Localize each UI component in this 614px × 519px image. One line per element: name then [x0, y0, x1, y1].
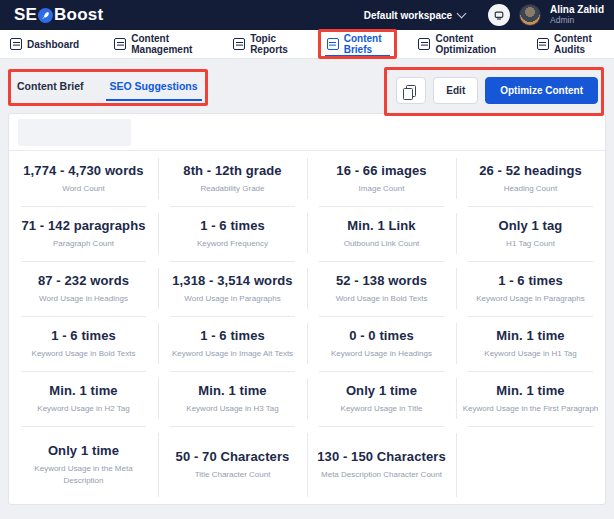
- brief-tabs-group: Content Brief SEO Suggestions: [17, 80, 198, 101]
- nav-item-label: Content Briefs: [344, 33, 389, 55]
- metric-label: H1 Tag Count: [506, 238, 555, 250]
- copy-icon: [406, 85, 416, 97]
- metric-label: Word Usage in Headings: [39, 293, 128, 305]
- metric-cell: Min. 1 timeKeyword Usage in the First Pa…: [456, 371, 605, 426]
- metric-cell: 1,774 - 4,730 wordsWord Count: [9, 151, 158, 206]
- workspace-label: Default workspace: [364, 10, 452, 21]
- metric-value: 1 - 6 times: [498, 273, 563, 288]
- metric-value: Min. 1 time: [198, 383, 266, 398]
- metric-value: 16 - 66 images: [336, 163, 426, 178]
- metric-label: Keyword Usage in H1 Tag: [484, 348, 576, 360]
- metric-value: Only 1 time: [48, 443, 119, 458]
- seoboost-logo: SEBoost: [14, 5, 103, 25]
- metric-cell: 8th - 12th gradeReadability Grade: [158, 151, 307, 206]
- metric-cell: 0 - 0 timesKeyword Usage in Headings: [307, 316, 456, 371]
- nav-item-label: Content Optimization: [435, 33, 501, 55]
- actions-group: Edit Optimize Content: [396, 77, 598, 104]
- metric-label: Keyword Usage in Image Alt Texts: [172, 348, 293, 360]
- dashboard-icon: [10, 38, 22, 50]
- metric-label: Heading Count: [504, 183, 557, 195]
- nav-item-label: Content Management: [131, 33, 198, 55]
- logo-text-suffix: Boost: [54, 5, 103, 25]
- metric-cell: 1,318 - 3,514 wordsWord Usage in Paragra…: [158, 261, 307, 316]
- metric-value: 1,774 - 4,730 words: [23, 163, 143, 178]
- nav-item-topic-reports[interactable]: Topic Reports: [233, 30, 297, 58]
- metric-label: Keyword Usage in Bold Texts: [32, 348, 136, 360]
- metric-label: Word Usage in Bold Texts: [336, 293, 428, 305]
- topic-reports-icon: [233, 38, 245, 50]
- edit-button[interactable]: Edit: [433, 77, 478, 104]
- metric-value: 71 - 142 paragraphs: [21, 218, 145, 233]
- nav-item-content-audits[interactable]: Content Audits: [537, 30, 604, 58]
- metric-label: Keyword Usage in Paragraphs: [476, 293, 585, 305]
- metric-value: 87 - 232 words: [38, 273, 129, 288]
- metric-value: 130 - 150 Characters: [317, 449, 445, 464]
- metric-label: Keyword Usage in H2 Tag: [37, 403, 129, 415]
- tab-seo-suggestions[interactable]: SEO Suggestions: [110, 80, 198, 101]
- optimize-content-button[interactable]: Optimize Content: [485, 77, 598, 104]
- card-header: [9, 114, 605, 151]
- top-header: SEBoost Default workspace Alina Zahid Ad…: [0, 0, 614, 30]
- empty-cell: [456, 426, 605, 504]
- nav-item-dashboard[interactable]: Dashboard: [10, 30, 84, 58]
- metric-cell: 87 - 232 wordsWord Usage in Headings: [9, 261, 158, 316]
- metric-cell: Min. 1 timeKeyword Usage in H2 Tag: [9, 371, 158, 426]
- metric-cell: 71 - 142 paragraphsParagraph Count: [9, 206, 158, 261]
- metric-cell: 50 - 70 CharactersTitle Character Count: [158, 426, 307, 504]
- metric-value: 50 - 70 Characters: [176, 449, 290, 464]
- metric-value: Only 1 time: [346, 383, 417, 398]
- nav-item-content-briefs[interactable]: Content Briefs: [327, 30, 389, 58]
- metric-label: Paragraph Count: [53, 238, 114, 250]
- metric-value: 1,318 - 3,514 words: [172, 273, 292, 288]
- metric-cell: 130 - 150 CharactersMeta Description Cha…: [307, 426, 456, 504]
- metric-label: Keyword Usage in Title: [341, 403, 423, 415]
- copy-button[interactable]: [396, 77, 426, 104]
- metrics-grid: 1,774 - 4,730 wordsWord Count8th - 12th …: [9, 151, 605, 504]
- metric-cell: 1 - 6 timesKeyword Usage in Image Alt Te…: [158, 316, 307, 371]
- metric-cell: Min. 1 timeKeyword Usage in H1 Tag: [456, 316, 605, 371]
- nav-item-label: Dashboard: [27, 39, 79, 50]
- metric-cell: 16 - 66 imagesImage Count: [307, 151, 456, 206]
- logo-text-prefix: SE: [14, 5, 37, 25]
- user-avatar[interactable]: [519, 4, 541, 26]
- metric-value: Min. 1 time: [496, 328, 564, 343]
- metric-label: Keyword Usage in H3 Tag: [186, 403, 278, 415]
- metric-cell: Only 1 tagH1 Tag Count: [456, 206, 605, 261]
- nav-item-content-management[interactable]: Content Management: [114, 30, 203, 58]
- tab-content-brief[interactable]: Content Brief: [17, 80, 84, 101]
- metric-label: Outbound Link Count: [344, 238, 420, 250]
- metric-label: Keyword Usage in the Meta Description: [24, 463, 144, 487]
- metric-label: Readability Grade: [200, 183, 264, 195]
- metric-label: Word Count: [62, 183, 105, 195]
- workspace-selector[interactable]: Default workspace: [364, 10, 465, 21]
- display-mode-button[interactable]: [488, 4, 510, 26]
- metric-cell: 52 - 138 wordsWord Usage in Bold Texts: [307, 261, 456, 316]
- nav-item-label: Content Audits: [554, 33, 599, 55]
- metric-value: 0 - 0 times: [349, 328, 414, 343]
- metric-value: Only 1 tag: [499, 218, 563, 233]
- metric-cell: Only 1 timeKeyword Usage in the Meta Des…: [9, 426, 158, 504]
- redacted-title-placeholder: [18, 119, 131, 146]
- metric-cell: Only 1 timeKeyword Usage in Title: [307, 371, 456, 426]
- nav-item-content-optimization[interactable]: Content Optimization: [418, 30, 506, 58]
- metric-value: 52 - 138 words: [336, 273, 427, 288]
- metric-label: Image Count: [359, 183, 405, 195]
- metric-cell: Min. 1 LinkOutbound Link Count: [307, 206, 456, 261]
- metric-value: 1 - 6 times: [200, 218, 265, 233]
- metric-cell: 1 - 6 timesKeyword Usage in Bold Texts: [9, 316, 158, 371]
- metric-label: Title Character Count: [195, 469, 271, 481]
- seo-suggestions-card: 1,774 - 4,730 wordsWord Count8th - 12th …: [8, 113, 606, 505]
- metric-value: Min. 1 time: [49, 383, 117, 398]
- sub-header-row: Content Brief SEO Suggestions Edit Optim…: [0, 59, 614, 114]
- main-nav: DashboardContent ManagementTopic Reports…: [0, 30, 614, 59]
- metric-value: Min. 1 Link: [347, 218, 415, 233]
- metric-cell: Min. 1 timeKeyword Usage in H3 Tag: [158, 371, 307, 426]
- active-tab-underline: [325, 55, 391, 57]
- metric-label: Keyword Usage in Headings: [331, 348, 432, 360]
- metric-label: Keyword Usage in the First Paragraph: [463, 403, 599, 415]
- metric-label: Meta Description Character Count: [321, 469, 442, 481]
- metric-cell: 1 - 6 timesKeyword Frequency: [158, 206, 307, 261]
- metric-value: 1 - 6 times: [200, 328, 265, 343]
- metric-value: Min. 1 time: [496, 383, 564, 398]
- nav-item-label: Topic Reports: [250, 33, 292, 55]
